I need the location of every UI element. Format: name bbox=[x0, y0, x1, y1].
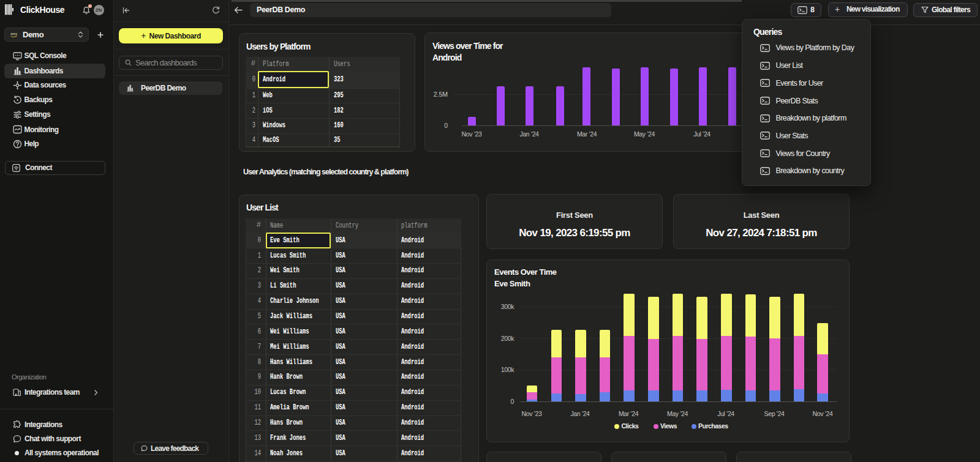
svg-text:aws: aws bbox=[10, 32, 17, 35]
